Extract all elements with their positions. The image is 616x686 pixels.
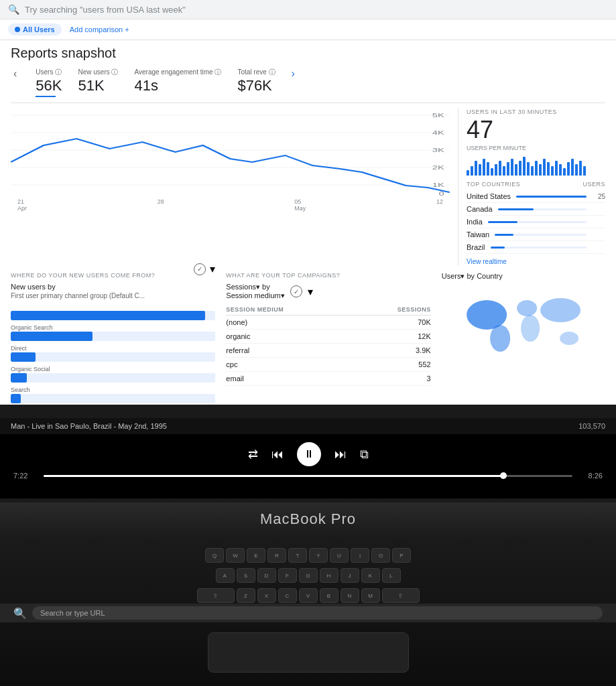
key-p[interactable]: P: [392, 548, 411, 563]
view-realtime-link[interactable]: View realtime: [467, 258, 605, 265]
mini-bar-item: [559, 164, 562, 176]
country-name: Taiwan: [467, 230, 489, 238]
mini-bar-item: [551, 166, 554, 176]
sessions-sub[interactable]: Session medium▾: [226, 291, 284, 300]
laptop-screen: 🔍 Try searching "users from USA last wee…: [0, 0, 616, 405]
svg-text:3K: 3K: [432, 147, 444, 153]
mini-bar-item: [499, 161, 501, 176]
key-q[interactable]: Q: [205, 548, 224, 563]
progress-fill: [44, 475, 503, 477]
keyboard-row-3: ⇧ Z X C V B N M ⇧: [20, 586, 596, 606]
h-bar-track: [11, 394, 215, 403]
country-name: India: [467, 218, 483, 226]
trackpad[interactable]: [208, 632, 409, 673]
media-title-text: Man - Live in Sao Paulo, Brazil - May 2n…: [11, 422, 167, 430]
key-d[interactable]: D: [257, 568, 276, 583]
mini-bar-item: [467, 170, 469, 176]
new-users-question: WHERE DO YOUR NEW USERS COME FROM?: [11, 272, 215, 279]
country-name: Canada: [467, 205, 493, 213]
key-shift-r[interactable]: ⇧: [382, 588, 420, 603]
mini-bar-item: [507, 162, 509, 176]
mini-bar-item: [571, 159, 574, 176]
key-j[interactable]: J: [341, 568, 359, 583]
metric-revenue: Total reve ⓘ $76K: [237, 68, 275, 94]
key-w[interactable]: W: [226, 548, 245, 563]
mini-bar-item: [543, 159, 546, 176]
dock-search[interactable]: Search or type URL: [32, 606, 603, 620]
key-t[interactable]: T: [288, 548, 307, 563]
key-a[interactable]: A: [216, 568, 235, 583]
country-bar-fill: [488, 221, 517, 223]
key-k[interactable]: K: [361, 568, 380, 583]
realtime-count: 47: [467, 118, 605, 142]
key-b[interactable]: B: [320, 588, 338, 603]
search-input[interactable]: Try searching "users from USA last week": [25, 5, 186, 15]
airplay-button[interactable]: ⧉: [360, 448, 369, 462]
h-bar-row: Search: [11, 387, 215, 403]
key-m[interactable]: M: [361, 588, 380, 603]
country-bar-wrap: [516, 196, 587, 198]
campaigns-dropdown-arrow[interactable]: ▾: [308, 285, 313, 298]
sessions-label[interactable]: Sessions▾ by: [226, 283, 284, 291]
table-row: organic 12K: [226, 330, 430, 344]
key-i[interactable]: I: [351, 548, 369, 563]
key-l[interactable]: L: [382, 568, 401, 583]
key-shift[interactable]: ⇧: [197, 588, 235, 603]
country-name: United States: [467, 192, 511, 200]
mini-bar-item: [531, 166, 534, 176]
dropdown-arrow[interactable]: ▾: [210, 263, 215, 275]
mini-bar-item: [495, 164, 497, 176]
key-h[interactable]: H: [320, 568, 338, 583]
x-label-2: 28: [158, 198, 164, 212]
key-z[interactable]: Z: [237, 588, 255, 603]
metrics-prev-arrow[interactable]: ‹: [11, 68, 19, 80]
macbook-label: MacBook Pro: [0, 502, 616, 539]
key-e[interactable]: E: [247, 548, 265, 563]
key-v[interactable]: V: [299, 588, 318, 603]
key-g[interactable]: G: [299, 568, 318, 583]
progress-dot: [500, 472, 507, 479]
country-bar-fill: [498, 208, 534, 210]
prev-button[interactable]: ⏮: [271, 448, 284, 462]
country-bar-wrap: [488, 221, 587, 223]
line-chart-svg: 5K 4K 3K 2K 1K 0: [11, 109, 450, 196]
pause-button[interactable]: ⏸: [297, 442, 321, 466]
h-bar-track: [11, 311, 215, 320]
key-o[interactable]: O: [371, 548, 390, 563]
h-bar-label: Organic Search: [11, 324, 215, 331]
mini-bar-item: [471, 166, 473, 176]
h-bar-fill: [11, 352, 36, 362]
country-item: Canada: [467, 203, 605, 216]
shuffle-button[interactable]: ⇄: [248, 447, 258, 462]
add-comparison-button[interactable]: Add comparison +: [70, 25, 129, 33]
tab-all-users[interactable]: All Users: [8, 23, 62, 36]
dock-search-placeholder[interactable]: Search or type URL: [40, 609, 105, 617]
key-s[interactable]: S: [237, 568, 255, 583]
country-bar-wrap: [495, 234, 587, 236]
keyboard-row-2: A S D F G H J K L: [20, 565, 596, 586]
table-row: (none) 70K: [226, 316, 430, 330]
key-f[interactable]: F: [278, 568, 297, 583]
key-n[interactable]: N: [341, 588, 359, 603]
key-y[interactable]: Y: [309, 548, 328, 563]
col-sessions: SESSIONS: [355, 304, 430, 316]
h-bar-row: Organic Search: [11, 324, 215, 341]
users-col-label: USERS: [582, 181, 605, 188]
map-label[interactable]: Users▾ by Country: [442, 272, 605, 281]
metrics-next-arrow[interactable]: ›: [292, 68, 295, 80]
key-x[interactable]: X: [257, 588, 276, 603]
keyboard-row-1: Q W E R T Y U I O P: [20, 545, 596, 565]
mini-bar-item: [527, 162, 530, 176]
h-bar-fill: [11, 311, 205, 320]
new-users-dropdown[interactable]: ✓ ▾: [194, 263, 215, 275]
progress-track[interactable]: [44, 475, 572, 477]
key-c[interactable]: C: [278, 588, 297, 603]
next-button[interactable]: ⏭: [334, 448, 347, 462]
new-users-subtitle2[interactable]: First user primary channel group (Defaul…: [11, 292, 145, 299]
progress-bar[interactable]: 7:22 8:26: [0, 472, 616, 480]
table-row: referral 3.9K: [226, 344, 430, 358]
media-controls: ⇄ ⏮ ⏸ ⏭ ⧉: [0, 434, 616, 472]
key-r[interactable]: R: [267, 548, 286, 563]
h-bar-fill: [11, 332, 93, 341]
key-u[interactable]: U: [330, 548, 349, 563]
